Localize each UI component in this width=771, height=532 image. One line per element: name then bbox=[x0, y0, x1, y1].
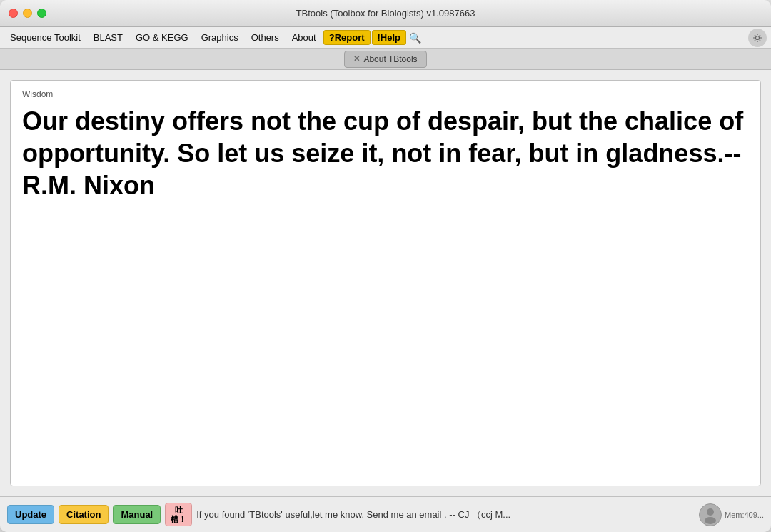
svg-point-2 bbox=[705, 517, 716, 524]
search-icon[interactable]: 🔍 bbox=[408, 31, 422, 45]
status-text: If you found 'TBtools' useful,let me kno… bbox=[196, 508, 695, 521]
manual-button[interactable]: Manual bbox=[113, 505, 161, 524]
main-content: Wisdom Our destiny offers not the cup of… bbox=[0, 70, 771, 496]
citation-button[interactable]: Citation bbox=[59, 505, 109, 524]
menu-sequence-toolkit[interactable]: Sequence Toolkit bbox=[4, 30, 86, 45]
settings-button[interactable] bbox=[748, 29, 767, 47]
avatar-icon bbox=[700, 505, 720, 525]
tab-close-icon[interactable]: ✕ bbox=[353, 54, 360, 64]
help-button[interactable]: !Help bbox=[372, 30, 407, 45]
title-bar: TBtools (Toolbox for Biologists) v1.0987… bbox=[0, 0, 771, 27]
main-window: TBtools (Toolbox for Biologists) v1.0987… bbox=[0, 0, 771, 532]
chinese-button[interactable]: 吐 槽！ bbox=[165, 503, 192, 526]
traffic-lights bbox=[0, 9, 46, 18]
close-button[interactable] bbox=[9, 9, 18, 18]
chinese-line1: 吐 bbox=[175, 506, 183, 514]
avatar bbox=[699, 503, 722, 526]
gear-icon bbox=[752, 33, 762, 43]
about-tbtools-tab[interactable]: ✕ About TBtools bbox=[344, 51, 426, 68]
maximize-button[interactable] bbox=[37, 9, 46, 18]
avatar-area: Mem:409... bbox=[699, 503, 764, 526]
menu-bar: Sequence Toolkit BLAST GO & KEGG Graphic… bbox=[0, 27, 771, 49]
tab-label: About TBtools bbox=[363, 54, 417, 64]
menu-about[interactable]: About bbox=[286, 30, 322, 45]
wisdom-box: Wisdom Our destiny offers not the cup of… bbox=[10, 80, 761, 486]
update-button[interactable]: Update bbox=[7, 505, 54, 524]
window-title: TBtools (Toolbox for Biologists) v1.0987… bbox=[296, 8, 475, 19]
bottom-bar: Update Citation Manual 吐 槽！ If you found… bbox=[0, 496, 771, 532]
mem-text: Mem:409... bbox=[725, 511, 764, 519]
menu-blast[interactable]: BLAST bbox=[88, 30, 128, 45]
menu-others[interactable]: Others bbox=[246, 30, 285, 45]
menu-go-kegg[interactable]: GO & KEGG bbox=[130, 30, 194, 45]
report-button[interactable]: ?Report bbox=[323, 30, 371, 45]
chinese-line2: 槽！ bbox=[171, 515, 186, 523]
menu-graphics[interactable]: Graphics bbox=[196, 30, 244, 45]
tab-bar: ✕ About TBtools bbox=[0, 49, 771, 70]
svg-point-0 bbox=[756, 36, 760, 39]
svg-point-1 bbox=[707, 508, 714, 516]
wisdom-label: Wisdom bbox=[22, 89, 749, 99]
minimize-button[interactable] bbox=[23, 9, 32, 18]
wisdom-text: Our destiny offers not the cup of despai… bbox=[22, 105, 749, 201]
